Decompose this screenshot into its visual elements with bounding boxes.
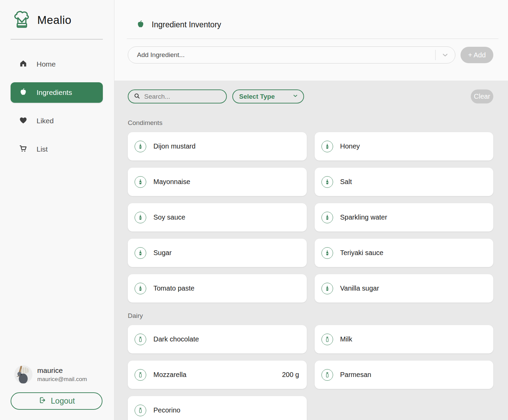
ingredient-amount: 200 g	[282, 371, 299, 379]
cart-icon	[19, 144, 28, 155]
ingredient-card[interactable]: Pecorino	[128, 396, 307, 420]
page-title: Ingredient Inventory	[152, 20, 221, 29]
ingredient-card[interactable]: Dark chocolate	[128, 325, 307, 353]
sidebar-item-home[interactable]: Home	[11, 54, 103, 74]
search-icon	[134, 93, 140, 101]
sauce-bottle-icon	[321, 176, 333, 188]
main-content: Ingredient Inventory + Add	[114, 0, 508, 420]
logout-icon	[38, 396, 46, 406]
ingredient-group: Dairy Dark chocolate	[128, 312, 493, 420]
ingredient-name: Parmesan	[340, 371, 371, 379]
ingredient-card[interactable]: Honey	[315, 132, 494, 160]
logout-label: Logout	[51, 396, 75, 406]
ingredient-name: Vanilla sugar	[340, 284, 379, 292]
milk-bottle-icon	[321, 369, 333, 381]
sidebar-item-label: Ingredients	[37, 88, 72, 97]
chevron-down-icon	[441, 51, 449, 59]
group-label: Dairy	[128, 312, 493, 320]
sauce-bottle-icon	[135, 247, 146, 259]
ingredient-name: Honey	[340, 142, 360, 150]
sauce-bottle-icon	[321, 283, 333, 294]
sauce-bottle-icon	[135, 212, 146, 223]
inventory-section: Select Type Clear Condiments	[114, 81, 508, 420]
ingredient-card[interactable]: Sparkling water	[315, 203, 494, 232]
ingredient-name: Salt	[340, 178, 352, 186]
page-header-section: Ingredient Inventory + Add	[114, 0, 508, 81]
inventory-groups: Condiments Dijon mustard	[128, 119, 493, 420]
ingredient-name: Mozzarella	[153, 371, 187, 379]
ingredient-name: Pecorino	[153, 406, 180, 414]
sauce-bottle-icon	[321, 247, 333, 259]
user-email: maurice@mail.com	[37, 376, 87, 383]
ingredient-card[interactable]: Parmesan	[315, 361, 494, 389]
sauce-bottle-icon	[135, 176, 146, 188]
filter-bar: Select Type Clear	[128, 89, 493, 103]
add-ingredient-combobox	[128, 46, 455, 64]
pepper-icon	[136, 19, 145, 30]
sidebar: Mealio Home Ingredients	[0, 0, 114, 420]
sauce-bottle-icon	[135, 141, 146, 152]
sidebar-item-label: Home	[37, 60, 56, 68]
avatar	[14, 365, 32, 383]
ingredient-name: Teriyaki sauce	[340, 249, 384, 257]
milk-bottle-icon	[321, 334, 333, 345]
sidebar-item-label: Liked	[37, 117, 54, 125]
chef-hat-logo-icon	[11, 9, 32, 31]
ingredient-card[interactable]: Tomato paste	[128, 274, 307, 303]
ingredient-card[interactable]: Salt	[315, 168, 494, 196]
home-icon	[19, 59, 28, 70]
milk-bottle-icon	[135, 405, 146, 416]
page-header: Ingredient Inventory	[136, 18, 508, 31]
ingredient-name: Sparkling water	[340, 213, 387, 221]
ingredient-card[interactable]: Dijon mustard	[128, 132, 307, 160]
sidebar-spacer	[0, 159, 114, 365]
logout-button[interactable]: Logout	[11, 392, 102, 410]
heart-icon	[19, 116, 28, 126]
sidebar-divider	[11, 39, 103, 40]
app-logo: Mealio	[11, 9, 103, 31]
ingredient-card[interactable]: Sugar	[128, 239, 307, 267]
header-divider	[127, 39, 498, 39]
ingredient-card[interactable]: Soy sauce	[128, 203, 307, 232]
ingredient-card[interactable]: Vanilla sugar	[315, 274, 494, 303]
user-info: maurice maurice@mail.com	[37, 366, 87, 383]
sauce-bottle-icon	[135, 283, 146, 294]
ingredient-card[interactable]: Mayonnaise	[128, 168, 307, 196]
ingredient-name: Mayonnaise	[153, 178, 190, 186]
ingredient-name: Milk	[340, 335, 353, 343]
combobox-divider	[435, 50, 436, 60]
ingredient-card[interactable]: Milk	[315, 325, 494, 353]
sidebar-item-label: List	[37, 145, 48, 153]
ingredient-name: Dark chocolate	[153, 335, 199, 343]
add-button[interactable]: + Add	[461, 47, 493, 63]
sidebar-nav: Home Ingredients Liked	[11, 54, 103, 159]
app-window: Mealio Home Ingredients	[0, 0, 508, 420]
sauce-bottle-icon	[321, 212, 333, 223]
add-ingredient-bar: + Add	[128, 46, 493, 64]
sidebar-item-list[interactable]: List	[11, 139, 103, 159]
group-grid: Dark chocolate Milk	[128, 325, 493, 420]
ingredient-name: Dijon mustard	[153, 142, 195, 150]
group-label: Condiments	[128, 119, 493, 127]
user-name: maurice	[37, 366, 87, 375]
type-select-value: Select Type	[239, 93, 275, 100]
add-ingredient-dropdown-toggle[interactable]	[441, 51, 449, 60]
add-ingredient-input[interactable]	[128, 46, 455, 64]
sidebar-item-ingredients[interactable]: Ingredients	[11, 82, 103, 103]
milk-bottle-icon	[135, 334, 146, 345]
ingredient-name: Sugar	[153, 249, 171, 257]
search-input[interactable]	[144, 93, 221, 100]
app-title: Mealio	[37, 14, 71, 27]
type-select[interactable]: Select Type	[232, 89, 304, 103]
ingredient-name: Tomato paste	[153, 284, 194, 292]
apple-icon	[19, 87, 28, 98]
ingredient-name: Soy sauce	[153, 213, 185, 221]
ingredient-card[interactable]: Teriyaki sauce	[315, 239, 494, 267]
ingredient-group: Condiments Dijon mustard	[128, 119, 493, 303]
search-field[interactable]	[128, 89, 227, 103]
clear-filters-button[interactable]: Clear	[471, 89, 493, 103]
milk-bottle-icon	[135, 369, 146, 381]
sidebar-item-liked[interactable]: Liked	[11, 111, 103, 131]
ingredient-card[interactable]: Mozzarella 200 g	[128, 361, 307, 389]
sauce-bottle-icon	[321, 141, 333, 152]
